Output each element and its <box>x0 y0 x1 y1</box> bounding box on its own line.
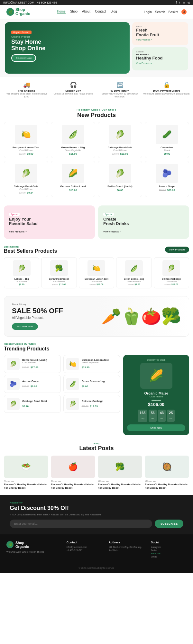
product-old-price-0: $12.00 <box>19 153 25 155</box>
product-cat-2: CrushNRewe <box>101 149 139 151</box>
product-name-0: European Lemon Zest <box>7 146 45 149</box>
hero-side-cards: Fresh FreshExotic Fruit View Products » … <box>132 22 188 74</box>
product-card-0[interactable]: 🍋 European Lemon Zest CrushNRewe $12.00 … <box>4 122 48 158</box>
best-name-3: Green Beans – 1kg <box>118 278 149 280</box>
best-prices-3: $12.00 $7.00 <box>118 283 149 286</box>
hero-side-card-fruit[interactable]: Fresh FreshExotic Fruit View Products » <box>132 22 188 45</box>
login-button[interactable]: Login <box>144 10 152 14</box>
logo-text: ShopOrganic <box>15 8 30 16</box>
product-card-7[interactable]: 🫐 Aurore Grape $30.00 $30.00 <box>145 161 189 197</box>
product-old-price-4: $30.00 <box>19 192 25 194</box>
best-card-1[interactable]: 🥦 Sprouting Broccoli CrushNRewe $20.00 $… <box>41 257 77 288</box>
product-card-4[interactable]: 🥬 Cabbage Band Gobi CrushNRewe $30.00 $9… <box>4 161 48 197</box>
view-products-button[interactable]: View Products <box>165 247 189 253</box>
new-products-title: New Products <box>4 112 189 119</box>
product-card-2[interactable]: 🥬 Cabbage Band Gobi CrushNRewe $20.00 $2… <box>98 122 142 158</box>
newsletter-title: Get Discount 30% Off <box>10 505 183 512</box>
product-prices-7: $30.00 $30.00 <box>148 189 186 192</box>
footer-contact-email: info@youremail.com <box>67 546 102 548</box>
nav-contact[interactable]: Contact <box>95 10 106 14</box>
newsletter-subscribe-button[interactable]: SUBSCRIBE <box>155 520 183 528</box>
product-name-7: Aurore Grape <box>148 185 186 188</box>
youtube-icon[interactable]: yt <box>188 1 190 4</box>
instagram-icon[interactable]: in <box>183 1 185 4</box>
footer-address-title: Address <box>109 541 144 544</box>
best-sellers-header: Best Selling Best Sellers Products View … <box>4 245 189 254</box>
trending-info-3: Green Beans – 1kg $6.00 <box>82 380 117 388</box>
promo-salad-banner[interactable]: Special Enjoy YourFavorite Salad View Pr… <box>4 205 95 239</box>
best-card-3[interactable]: 🫛 Green Beans – 1kg GreenVegetable $12.0… <box>116 257 152 288</box>
twitter-icon[interactable]: t <box>179 1 180 4</box>
product-new-price-4: $9.24 <box>27 191 33 194</box>
best-img-1: 🥦 <box>50 260 68 276</box>
support-icon: 🎧 <box>50 81 96 88</box>
promo-drinks-label: Special <box>103 213 114 216</box>
hero-cta-button[interactable]: Discover Now <box>11 54 36 62</box>
trending-item-5[interactable]: 🥬 Chinese Cabbage $20.00 $12.99 <box>63 395 120 413</box>
new-products-grid: 🍋 European Lemon Zest CrushNRewe $12.00 … <box>4 122 189 197</box>
product-img-0: 🍋 <box>15 125 37 144</box>
footer-facebook-link[interactable]: Facebook <box>151 552 187 555</box>
best-img-2: 🍋 <box>87 260 105 276</box>
trending-img-3: 🫛 <box>66 378 79 390</box>
best-card-4[interactable]: 🥬 Chinese Cabbage CrushNRewe $12.00 $12.… <box>154 257 189 288</box>
trending-info-4: Cabbage Band Gobi $8.40 <box>22 400 58 408</box>
product-card-6[interactable]: 🥬 Bottle Gourd (Lauki) $6.00 <box>98 161 142 197</box>
trending-item-0[interactable]: 🥬 Bottle Gourd (Lauki) CrushNRewe $30.00… <box>4 355 61 373</box>
trending-info-0: Bottle Gourd (Lauki) CrushNRewe $30.00 $… <box>22 358 58 369</box>
product-prices-0: $12.00 $8.00 <box>7 152 45 155</box>
footer-vimeo-link[interactable]: Vimeo <box>151 556 187 558</box>
footer-twitter-link[interactable]: Twitter <box>151 549 187 551</box>
product-card-1[interactable]: 🫛 Green Beans – 1Kg GreenVegetable $15.0… <box>51 122 95 158</box>
features-section: 🚚 Free Shipping Free shipping on all ord… <box>0 77 193 103</box>
side-card-title-2: Healthy Food <box>136 56 184 60</box>
product-img-6: 🥬 <box>109 164 131 183</box>
cart-badge[interactable]: 3 <box>181 9 187 14</box>
side-card-label-2: Special <box>136 50 184 53</box>
hero-section: Organic Product Organic Product Stay Hom… <box>0 19 193 77</box>
newsletter-tag: Newsletter <box>10 501 183 504</box>
blog-card-2[interactable]: 🥦 15 hours ago Review Of Healthy Breakfa… <box>98 456 142 490</box>
side-card-link-2[interactable]: View Products » <box>136 62 184 64</box>
feature-shipping-desc: Free shipping on all order in orders abo… <box>3 92 50 98</box>
product-card-3[interactable]: 🥒 Cucumber Allumi $9.00 <box>145 122 189 158</box>
hero-side-card-veggie[interactable]: Special Be Fitness Healthy Food View Pro… <box>132 47 188 70</box>
facebook-icon[interactable]: f <box>176 1 177 4</box>
best-cat-2: CrushNRewe <box>81 280 112 282</box>
footer-social-col: Social Instagram Twitter Facebook Vimeo <box>151 541 187 559</box>
best-card-2[interactable]: 🍋 European Lemon Zest CrushNRewe $20.00 … <box>79 257 114 288</box>
feature-support: 🎧 Support 24/7 Contact us anytime, day 7… <box>50 81 96 98</box>
best-card-0[interactable]: 🥬 Lettuce – 1kg CrushNRewe $6.99 <box>4 257 39 288</box>
trending-item-3[interactable]: 🫛 Green Beans – 1kg $6.00 <box>63 375 120 393</box>
blog-card-3[interactable]: 🥘 19 hours ago Review Of Healthy Breakfa… <box>145 456 189 490</box>
nav-shop[interactable]: Shop <box>70 10 78 14</box>
deal-shop-button[interactable]: Shop Now <box>127 424 185 431</box>
promo-salad-link[interactable]: View Products <box>9 231 27 233</box>
nav-home[interactable]: Home <box>57 10 66 14</box>
footer-logo-icon: 🌿 <box>6 541 14 548</box>
search-button[interactable]: Search <box>155 10 165 14</box>
blog-img-0: 🥗 <box>4 456 48 478</box>
trending-item-4[interactable]: 🥬 Cabbage Band Gobi $8.40 <box>4 395 61 413</box>
trending-item-1[interactable]: 🍋 European Lemon Zest Green Vegetable $1… <box>63 355 120 373</box>
blog-card-0[interactable]: 🥗 4 hours ago Review Of Healthy Breakfas… <box>4 456 48 490</box>
promo-drinks-link[interactable]: View Products <box>103 231 122 233</box>
product-prices-4: $30.00 $9.24 <box>7 191 45 194</box>
sale-cta-button[interactable]: Discover Now <box>12 323 38 330</box>
best-name-0: Lettuce – 1kg <box>6 278 37 280</box>
best-old-price-1: $20.00 <box>52 284 58 286</box>
trending-old-5: $20.00 <box>82 405 88 407</box>
trending-item-2[interactable]: 🫐 Aurore Grape $30.00 $8.00 <box>4 375 61 393</box>
product-card-5[interactable]: 🌽 German Chiles Local $13.00 <box>51 161 95 197</box>
nav-about[interactable]: About <box>82 10 90 14</box>
blog-section: Blog Latest Posts 🥗 4 hours ago Review O… <box>0 438 193 495</box>
best-sellers-section: Best Selling Best Sellers Products View … <box>0 242 193 294</box>
basket-button[interactable]: Basket <box>168 10 178 14</box>
footer-instagram-link[interactable]: Instagram <box>151 546 187 548</box>
blog-card-1[interactable]: 🍎 2 hours ago Review Of Healthy Breakfas… <box>51 456 95 490</box>
newsletter-email-input[interactable] <box>10 520 152 528</box>
nav-blog[interactable]: Blog <box>111 10 117 14</box>
logo[interactable]: 🌿 ShopOrganic <box>6 8 30 16</box>
side-card-link-1[interactable]: View Products » <box>136 39 184 41</box>
promo-drinks-banner[interactable]: Special CreateFresh Drinks View Products <box>98 205 189 239</box>
